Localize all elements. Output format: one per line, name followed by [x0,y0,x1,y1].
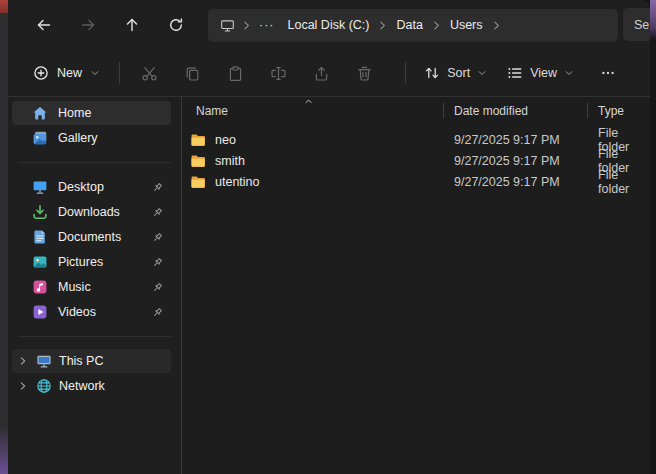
column-headers: Name Date modified Type [182,97,650,124]
monitor-icon [214,18,240,33]
sidebar-item-label: Home [58,106,91,120]
table-row[interactable]: utentino 9/27/2025 9:17 PM File folder [182,171,650,192]
rename-button[interactable] [257,56,300,90]
desktop-edge-right [650,0,656,474]
file-date-modified: 9/27/2025 9:17 PM [444,175,588,189]
new-button[interactable]: New [22,56,111,90]
sort-ascending-icon [304,97,313,106]
sidebar-item-downloads[interactable]: Downloads [12,200,171,224]
file-list-pane: Name Date modified Type neo [181,97,650,474]
pin-icon[interactable] [152,257,165,268]
sidebar-item-label: Network [59,379,105,393]
refresh-button[interactable] [154,8,198,42]
chevron-down-icon [564,68,574,78]
chevron-right-icon[interactable] [376,20,389,31]
computer-icon [36,353,52,369]
column-header-label: Date modified [454,104,528,118]
view-icon [507,65,523,81]
cut-button[interactable] [128,56,171,90]
back-button[interactable] [22,8,66,42]
chevron-right-icon[interactable] [430,20,443,31]
gallery-icon [32,130,48,146]
command-bar: New [8,50,650,96]
toolbar-right-group: Sort View [397,56,640,90]
pin-icon[interactable] [152,182,165,193]
sidebar-item-videos[interactable]: Videos [12,300,171,324]
rename-icon [270,65,287,82]
pictures-icon [32,254,48,270]
file-date-modified: 9/27/2025 9:17 PM [444,154,588,168]
copy-icon [184,65,201,82]
breadcrumb-item-drive[interactable]: Local Disk (C:) [281,13,377,38]
navigation-pane: Home Gallery Desktop [8,97,181,474]
file-type: File folder [588,168,650,196]
toolbar-separator [119,62,120,84]
file-name-cell: neo [182,132,444,148]
file-name: neo [215,133,236,147]
sidebar-item-music[interactable]: Music [12,275,171,299]
file-rows: neo 9/27/2025 9:17 PM File folder smith … [182,124,650,192]
view-button-label: View [530,66,557,80]
column-header-name[interactable]: Name [182,97,444,124]
sidebar-item-gallery[interactable]: Gallery [12,126,171,150]
breadcrumb-item-data[interactable]: Data [389,13,429,38]
chevron-right-icon[interactable] [490,20,503,31]
breadcrumb-overflow[interactable]: ··· [253,13,281,38]
pin-icon[interactable] [152,207,165,218]
file-name: smith [215,154,245,168]
paste-button[interactable] [214,56,257,90]
sidebar-item-label: Downloads [58,205,120,219]
search-text: Se [634,18,649,32]
forward-arrow-icon [80,17,96,33]
chevron-down-icon [90,68,100,78]
folder-icon [190,174,206,190]
breadcrumb-item-users[interactable]: Users [443,13,490,38]
column-header-label: Name [196,104,228,118]
sidebar-item-pictures[interactable]: Pictures [12,250,171,274]
toolbar-separator [405,62,406,84]
edge-accent-purple [650,0,656,40]
chevron-right-icon[interactable] [16,381,29,391]
sidebar-item-home[interactable]: Home [12,101,171,125]
pin-icon[interactable] [152,232,165,243]
chevron-right-icon[interactable] [16,356,29,366]
share-button[interactable] [300,56,343,90]
address-bar[interactable]: ··· Local Disk (C:) Data Users [208,9,618,42]
table-row[interactable]: smith 9/27/2025 9:17 PM File folder [182,150,650,171]
sort-button[interactable]: Sort [414,56,497,90]
view-button[interactable]: View [497,56,584,90]
forward-button[interactable] [66,8,110,42]
file-explorer-window: ··· Local Disk (C:) Data Users Se [8,0,650,474]
sort-icon [424,65,440,81]
folder-icon [190,153,206,169]
search-box[interactable]: Se [623,8,650,41]
edge-accent-red [0,0,8,13]
navigation-bar: ··· Local Disk (C:) Data Users Se [8,0,650,50]
desktop-icon [32,179,48,195]
share-icon [313,65,330,82]
documents-icon [32,229,48,245]
sidebar-item-label: Desktop [58,180,104,194]
sidebar-item-network[interactable]: Network [12,374,171,398]
copy-button[interactable] [171,56,214,90]
chevron-down-icon [477,68,487,78]
sidebar-item-desktop[interactable]: Desktop [12,175,171,199]
table-row[interactable]: neo 9/27/2025 9:17 PM File folder [182,129,650,150]
column-header-type[interactable]: Type [588,97,650,124]
sidebar-item-documents[interactable]: Documents [12,225,171,249]
up-button[interactable] [110,8,154,42]
cut-icon [141,65,158,82]
paste-icon [227,65,244,82]
delete-button[interactable] [343,56,386,90]
refresh-icon [168,17,184,33]
more-button[interactable] [588,56,628,90]
desktop-edge-left [0,0,8,474]
home-icon [32,105,48,121]
sidebar-item-this-pc[interactable]: This PC [12,349,171,373]
chevron-right-icon[interactable] [240,20,253,31]
explorer-body: Home Gallery Desktop [8,97,650,474]
pin-icon[interactable] [152,282,165,293]
column-header-date-modified[interactable]: Date modified [444,97,588,124]
pin-icon[interactable] [152,307,165,318]
plus-circle-icon [33,65,49,81]
